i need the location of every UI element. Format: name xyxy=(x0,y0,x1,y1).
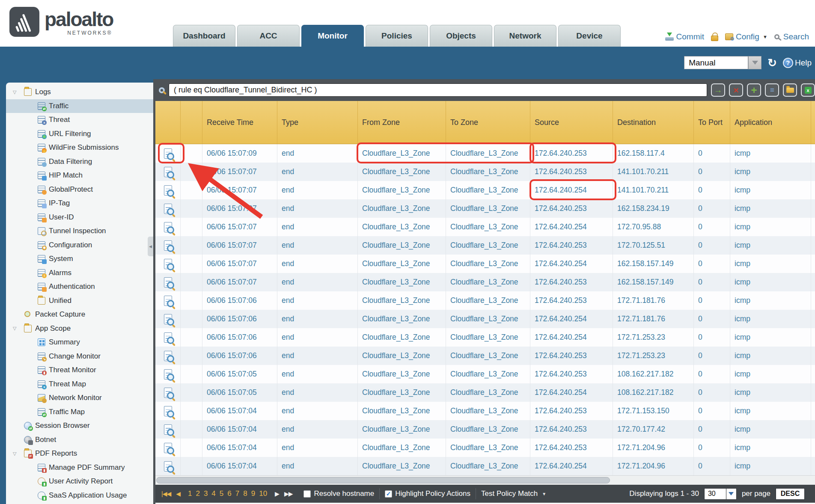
tab-acc[interactable]: ACC xyxy=(237,25,300,47)
cell-receive-time[interactable]: 06/06 15:07:05 xyxy=(202,383,277,402)
cell-action[interactable]: a xyxy=(811,439,815,457)
cell-from-zone[interactable]: Cloudflare_L3_Zone xyxy=(358,383,446,402)
cell-to-zone[interactable]: Cloudflare_L3_Zone xyxy=(446,365,530,383)
add-filter-icon[interactable]: + xyxy=(747,83,761,97)
sidebar-item-ip-tag[interactable]: IP-Tag xyxy=(6,196,153,210)
cell-receive-time[interactable]: 06/06 15:07:07 xyxy=(202,199,277,218)
cell-application[interactable]: icmp xyxy=(730,181,811,199)
log-detail-icon[interactable] xyxy=(164,240,172,251)
sidebar-item-url-filtering[interactable]: URL Filtering xyxy=(6,127,153,141)
cell-to-zone[interactable]: Cloudflare_L3_Zone xyxy=(446,236,530,255)
cell-type[interactable]: end xyxy=(277,199,358,218)
sidebar-item-unified[interactable]: Unified xyxy=(6,294,153,308)
log-detail-icon[interactable] xyxy=(164,204,172,214)
cell-receive-time[interactable]: 06/06 15:07:07 xyxy=(202,181,277,199)
cell-source[interactable]: 172.64.240.253 xyxy=(530,347,613,365)
cell-destination[interactable]: 172.71.253.23 xyxy=(613,347,694,365)
sidebar-item-threat-map[interactable]: Threat Map xyxy=(6,377,153,391)
cell-to-port[interactable]: 0 xyxy=(694,457,730,475)
cell-source[interactable]: 172.64.240.254 xyxy=(530,310,613,328)
cell-type[interactable]: end xyxy=(277,402,358,420)
cell-source[interactable]: 172.64.240.253 xyxy=(530,163,613,181)
log-detail-icon[interactable] xyxy=(164,259,172,269)
cell-to-port[interactable]: 0 xyxy=(694,236,730,255)
cell-type[interactable]: end xyxy=(277,310,358,328)
cell-destination[interactable]: 141.101.70.211 xyxy=(613,163,694,181)
cell-to-port[interactable]: 0 xyxy=(694,328,730,347)
page-number-6[interactable]: 6 xyxy=(227,489,231,498)
cell-destination[interactable]: 162.158.117.4 xyxy=(613,144,694,163)
cell-to-zone[interactable]: Cloudflare_L3_Zone xyxy=(446,273,530,291)
cell-application[interactable]: icmp xyxy=(730,273,811,291)
cell-action[interactable]: a xyxy=(811,347,815,365)
cell-receive-time[interactable]: 06/06 15:07:07 xyxy=(202,218,277,236)
column-header-destination[interactable]: Destination xyxy=(613,101,694,144)
sidebar-item-traffic[interactable]: Traffic xyxy=(6,99,153,113)
cell-to-zone[interactable]: Cloudflare_L3_Zone xyxy=(446,347,530,365)
cell-action[interactable]: a xyxy=(811,457,815,475)
sidebar-item-user-id[interactable]: User-ID xyxy=(6,210,153,225)
sidebar-item-configuration[interactable]: Configuration xyxy=(6,238,153,252)
cell-source[interactable]: 172.64.240.254 xyxy=(530,383,613,402)
sidebar-item-globalprotect[interactable]: GlobalProtect xyxy=(6,183,153,197)
cell-action[interactable]: a xyxy=(811,181,815,199)
cell-to-port[interactable]: 0 xyxy=(694,291,730,310)
cell-action[interactable]: a xyxy=(811,273,815,291)
cell-type[interactable]: end xyxy=(277,439,358,457)
cell-source[interactable]: 172.64.240.253 xyxy=(530,144,613,163)
cell-destination[interactable]: 172.71.181.76 xyxy=(613,310,694,328)
tab-network[interactable]: Network xyxy=(494,25,556,47)
cell-to-port[interactable]: 0 xyxy=(694,181,730,199)
cell-source[interactable]: 172.64.240.253 xyxy=(530,273,613,291)
cell-to-port[interactable]: 0 xyxy=(694,402,730,420)
expander-icon[interactable]: ▽ xyxy=(13,326,24,331)
sidebar-item-wildfire-submissions[interactable]: WildFire Submissions xyxy=(6,141,153,155)
cell-action[interactable]: a xyxy=(811,310,815,328)
cell-to-zone[interactable]: Cloudflare_L3_Zone xyxy=(446,255,530,273)
last-page-button[interactable]: ▶▶ xyxy=(284,490,293,497)
cell-from-zone[interactable]: Cloudflare_L3_Zone xyxy=(358,144,446,163)
cell-destination[interactable]: 162.158.157.149 xyxy=(613,273,694,291)
cell-action[interactable]: a xyxy=(811,199,815,218)
cell-action[interactable]: a xyxy=(811,328,815,347)
log-detail-icon[interactable] xyxy=(164,443,172,453)
cell-type[interactable]: end xyxy=(277,144,358,163)
log-detail-icon[interactable] xyxy=(164,167,172,177)
cell-source[interactable]: 172.64.240.254 xyxy=(530,218,613,236)
cell-receive-time[interactable]: 06/06 15:07:04 xyxy=(202,457,277,475)
log-detail-icon[interactable] xyxy=(164,369,172,379)
cell-type[interactable]: end xyxy=(277,273,358,291)
expander-icon[interactable]: ▽ xyxy=(13,89,24,95)
cell-action[interactable]: a xyxy=(811,163,815,181)
cell-type[interactable]: end xyxy=(277,255,358,273)
cell-type[interactable]: end xyxy=(277,291,358,310)
cell-to-zone[interactable]: Cloudflare_L3_Zone xyxy=(446,402,530,420)
tab-policies[interactable]: Policies xyxy=(366,25,428,47)
sidebar-item-app-scope[interactable]: ▽App Scope xyxy=(6,322,153,336)
resolve-hostname-checkbox[interactable] xyxy=(303,490,311,498)
apply-filter-icon[interactable]: → xyxy=(711,83,725,97)
cell-type[interactable]: end xyxy=(277,163,358,181)
cell-action[interactable]: a xyxy=(811,144,815,163)
cell-receive-time[interactable]: 06/06 15:07:04 xyxy=(202,439,277,457)
cell-application[interactable]: icmp xyxy=(730,291,811,310)
cell-type[interactable]: end xyxy=(277,181,358,199)
cell-destination[interactable]: 172.71.204.96 xyxy=(613,457,694,475)
cell-action[interactable]: a xyxy=(811,383,815,402)
cell-to-port[interactable]: 0 xyxy=(694,218,730,236)
cell-type[interactable]: end xyxy=(277,218,358,236)
cell-destination[interactable]: 162.158.234.19 xyxy=(613,199,694,218)
cell-source[interactable]: 172.64.240.253 xyxy=(530,236,613,255)
sidebar-item-threat-monitor[interactable]: Threat Monitor xyxy=(6,363,153,377)
config-button[interactable]: Config ▼ xyxy=(725,32,767,42)
cell-destination[interactable]: 172.70.177.42 xyxy=(613,420,694,439)
cell-to-zone[interactable]: Cloudflare_L3_Zone xyxy=(446,218,530,236)
log-detail-icon[interactable] xyxy=(164,185,172,196)
sidebar-item-session-browser[interactable]: Session Browser xyxy=(6,419,153,433)
sidebar-collapse-handle[interactable]: ◀ xyxy=(148,237,153,256)
cell-to-zone[interactable]: Cloudflare_L3_Zone xyxy=(446,383,530,402)
cell-to-port[interactable]: 0 xyxy=(694,163,730,181)
cell-from-zone[interactable]: Cloudflare_L3_Zone xyxy=(358,439,446,457)
cell-receive-time[interactable]: 06/06 15:07:06 xyxy=(202,310,277,328)
tab-objects[interactable]: Objects xyxy=(430,25,492,47)
